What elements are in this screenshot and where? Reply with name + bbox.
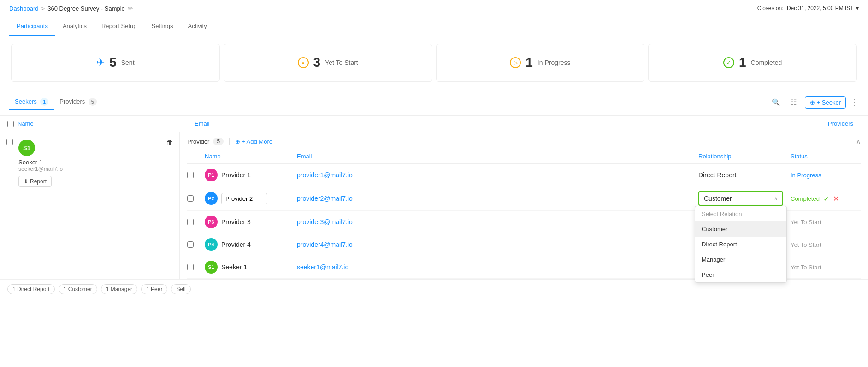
provider-header: Provider 5 ⊕ + Add More ∧ [187, 132, 861, 149]
report-button[interactable]: ⬇ Report [18, 176, 52, 187]
provider-seeker1-email-link[interactable]: seeker1@mail7.io [297, 263, 348, 271]
pth-name: Name [201, 153, 293, 160]
yet-icon: ● [298, 57, 309, 68]
tab-report-setup[interactable]: Report Setup [94, 17, 144, 36]
seeker-checkbox[interactable] [6, 139, 13, 145]
providers-badge: 5 [89, 98, 97, 106]
pth-relationship: Relationship [695, 153, 787, 160]
breadcrumb-current: 360 Degree Survey - Sample [47, 5, 125, 12]
dropdown-option-direct-report[interactable]: Direct Report [695, 237, 786, 252]
provider2-cancel-icon[interactable]: ✕ [833, 194, 839, 203]
provider2-confirm-icon[interactable]: ✓ [823, 194, 829, 203]
provider1-email-link[interactable]: provider1@mail7.io [297, 171, 353, 179]
badge-manager[interactable]: 1 Manager [101, 284, 137, 294]
provider-seeker1-name: Seeker 1 [221, 263, 247, 271]
dropdown-option-peer[interactable]: Peer [695, 267, 786, 282]
breadcrumb-sep: > [41, 5, 45, 12]
dropdown-option-select-relation[interactable]: Select Relation [695, 206, 786, 221]
badge-direct-report[interactable]: 1 Direct Report [7, 284, 55, 294]
table-header: Name Email Providers [0, 116, 868, 132]
provider-row-2: P2 provider2@mail7.io Customer ∧ Select … [187, 186, 861, 211]
tab-seekers[interactable]: Seekers 1 [9, 95, 54, 110]
stat-completed-label: Completed [751, 59, 782, 66]
tabs-right: 🔍 ☷ ⊕ + Seeker ⋮ [770, 96, 859, 109]
provider4-email-link[interactable]: provider4@mail7.io [297, 241, 353, 248]
seekers-badge: 1 [40, 98, 48, 106]
stat-progress-label: In Progress [537, 59, 571, 66]
stat-yet-label: Yet To Start [325, 59, 358, 66]
progress-icon: ▷ [510, 57, 521, 68]
stat-yet: ● 3 Yet To Start [224, 44, 432, 82]
provider3-name: Provider 3 [221, 218, 251, 226]
stat-sent-label: Sent [121, 59, 135, 66]
section-tabs: Seekers 1 Providers 5 [9, 95, 102, 110]
badge-self[interactable]: Self [171, 284, 191, 294]
provider4-email: provider4@mail7.io [293, 241, 695, 248]
dropdown-chevron-icon: ∧ [774, 196, 778, 202]
provider2-checkbox[interactable] [187, 195, 194, 202]
th-name: Name [18, 120, 34, 127]
divider [229, 138, 230, 145]
more-options-icon[interactable]: ⋮ [850, 97, 859, 107]
tab-participants[interactable]: Participants [9, 17, 55, 36]
relationship-dropdown-menu: Select Relation Customer Direct Report M… [695, 206, 787, 283]
provider4-name: Provider 4 [221, 241, 251, 248]
filter-icon[interactable]: ☷ [787, 96, 800, 109]
seeker-row: 🗑 S1 Seeker 1 seeker1@mail7.io ⬇ Report … [0, 132, 868, 279]
provider-count: 5 [213, 138, 224, 145]
badge-customer[interactable]: 1 Customer [59, 284, 97, 294]
seeker-avatar: S1 [18, 140, 35, 156]
tab-analytics[interactable]: Analytics [55, 17, 94, 36]
provider4-avatar: P4 [205, 238, 218, 251]
tab-providers[interactable]: Providers 5 [54, 95, 102, 110]
provider2-avatar: P2 [205, 192, 218, 205]
dropdown-option-manager[interactable]: Manager [695, 252, 786, 267]
collapse-icon[interactable]: ∧ [856, 138, 861, 145]
provider2-status-badge: Completed [791, 195, 820, 202]
stat-progress: ▷ 1 In Progress [436, 44, 645, 82]
add-more-icon: ⊕ [235, 138, 240, 145]
th-name-area: Name [7, 116, 187, 132]
provider-seeker1-email: seeker1@mail7.io [293, 263, 695, 271]
edit-icon[interactable]: ✏ [128, 5, 133, 12]
add-more-label: + Add More [242, 138, 272, 145]
nav-tabs: Participants Analytics Report Setup Sett… [0, 17, 868, 36]
provider-seeker1-checkbox[interactable] [187, 264, 194, 270]
breadcrumb-dashboard[interactable]: Dashboard [9, 5, 39, 12]
closes-label: Closes on: [757, 5, 784, 12]
closes-arrow[interactable]: ▾ [856, 5, 859, 12]
relationship-dropdown[interactable]: Customer ∧ [698, 191, 783, 206]
pth-status: Status [787, 153, 861, 160]
select-all-checkbox[interactable] [7, 121, 14, 127]
stat-sent: ✈ 5 Sent [11, 44, 220, 82]
provider2-name-input[interactable] [221, 193, 267, 204]
stat-progress-number: 1 [526, 55, 533, 70]
top-bar: Dashboard > 360 Degree Survey - Sample ✏… [0, 0, 868, 17]
provider2-relationship-cell: Customer ∧ Select Relation Customer Dire… [695, 191, 787, 206]
seeker-name: Seeker 1 [18, 159, 172, 166]
th-email: Email [187, 120, 210, 127]
tab-activity[interactable]: Activity [181, 17, 214, 36]
add-more-button[interactable]: ⊕ + Add More [235, 138, 272, 145]
provider2-email-link[interactable]: provider2@mail7.io [297, 195, 353, 202]
provider3-name-cell: P3 Provider 3 [201, 216, 293, 228]
provider2-name-cell: P2 [201, 192, 293, 205]
tab-settings[interactable]: Settings [144, 17, 181, 36]
delete-seeker-icon[interactable]: 🗑 [166, 139, 173, 146]
provider1-checkbox[interactable] [187, 172, 194, 178]
badge-peer[interactable]: 1 Peer [141, 284, 167, 294]
dropdown-option-customer[interactable]: Customer [695, 221, 786, 237]
provider4-checkbox[interactable] [187, 241, 194, 248]
provider1-status-badge: In Progress [791, 172, 821, 179]
search-icon[interactable]: 🔍 [770, 96, 783, 109]
closes-value: Dec 31, 2022, 5:00 PM IST [787, 5, 854, 12]
provider4-status: Yet To Start [787, 241, 861, 248]
seeker-info: S1 Seeker 1 seeker1@mail7.io ⬇ Report [7, 140, 172, 187]
section-bar: Seekers 1 Providers 5 🔍 ☷ ⊕ + Seeker ⋮ [0, 89, 868, 116]
provider3-email-link[interactable]: provider3@mail7.io [297, 218, 353, 226]
provider2-status-cell: Completed ✓ ✕ [787, 194, 861, 203]
report-label: Report [30, 178, 47, 185]
add-seeker-button[interactable]: ⊕ + Seeker [805, 96, 846, 109]
provider3-checkbox[interactable] [187, 219, 194, 225]
provider-seeker1-status-badge: Yet To Start [791, 264, 821, 271]
